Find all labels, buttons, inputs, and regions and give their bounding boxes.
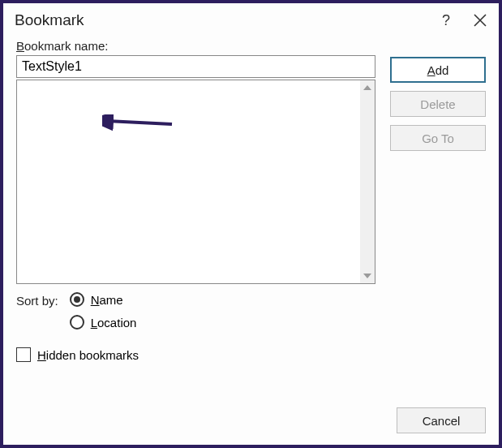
- goto-button[interactable]: Go To: [390, 125, 486, 151]
- checkbox-icon: [16, 347, 31, 362]
- scroll-down-icon[interactable]: [360, 269, 375, 283]
- radio-sort-location[interactable]: Location: [70, 315, 137, 330]
- scrollbar[interactable]: [360, 80, 375, 283]
- add-button[interactable]: Add: [390, 57, 486, 83]
- radio-sort-name[interactable]: Name: [70, 292, 137, 307]
- bookmark-name-input[interactable]: [16, 55, 375, 78]
- sort-by-label: Sort by:: [16, 292, 58, 308]
- hidden-bookmarks-checkbox[interactable]: Hidden bookmarks: [16, 347, 375, 362]
- radio-icon: [70, 315, 84, 330]
- help-icon[interactable]: ?: [442, 12, 450, 29]
- bookmark-name-label: Bookmark name:: [16, 39, 375, 53]
- titlebar: Bookmark ?: [3, 3, 499, 36]
- close-icon[interactable]: [473, 13, 487, 28]
- title-controls: ?: [442, 12, 487, 29]
- dialog-content: Bookmark name: Sort by:: [3, 36, 499, 445]
- radio-icon: [70, 292, 84, 307]
- bookmark-listbox[interactable]: [16, 80, 375, 284]
- delete-button[interactable]: Delete: [390, 91, 486, 117]
- scroll-up-icon[interactable]: [360, 80, 375, 95]
- bookmark-dialog: Bookmark ? Bookmark name:: [0, 0, 502, 448]
- cancel-button[interactable]: Cancel: [397, 407, 486, 433]
- dialog-title: Bookmark: [15, 11, 84, 29]
